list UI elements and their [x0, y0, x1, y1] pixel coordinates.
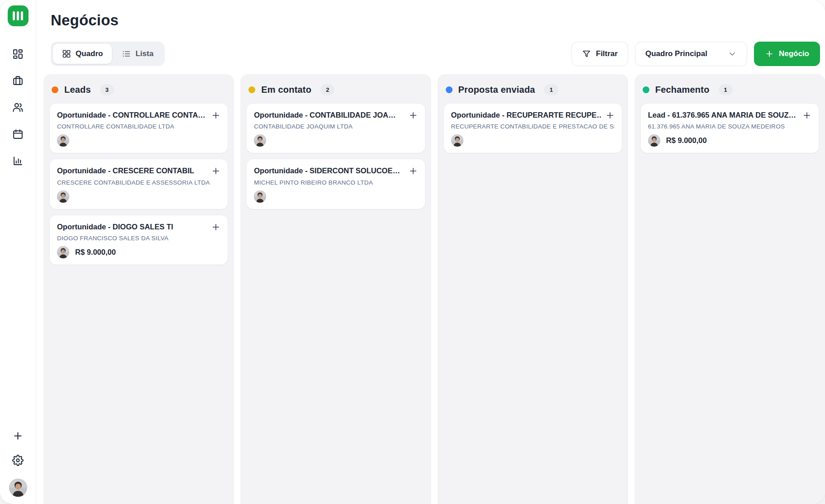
avatar-photo	[451, 134, 463, 147]
board-select[interactable]: Quadro Principal	[635, 42, 747, 66]
filter-button[interactable]: Filtrar	[572, 42, 628, 66]
logo-bar	[21, 11, 23, 20]
plus-icon	[211, 166, 220, 176]
card-value: R$ 9.000,00	[666, 136, 707, 145]
card-subtitle: CONTROLLARE CONTABILIDADE LTDA	[57, 123, 220, 130]
plus-icon	[211, 223, 220, 232]
card-subtitle: RECUPERARTE CONTABILIDADE E PRESTACAO DE…	[451, 123, 615, 130]
card-footer	[254, 134, 417, 147]
column-header: Fechamento 1	[641, 81, 819, 104]
plus-icon	[765, 49, 774, 58]
sidebar-settings-button[interactable]	[12, 454, 24, 466]
column-count-badge: 1	[544, 84, 558, 95]
deal-card[interactable]: Oportunidade - RECUPERARTE RECUPE… RECUP…	[444, 104, 622, 153]
column-title: Leads	[64, 85, 91, 95]
app-logo[interactable]	[8, 5, 29, 26]
plus-icon	[12, 430, 24, 442]
card-title: Oportunidade - CRESCERE CONTABIL	[57, 166, 207, 176]
avatar-photo	[57, 134, 69, 147]
plus-icon	[409, 166, 418, 176]
sidebar-nav	[12, 48, 24, 166]
toolbar-right: Filtrar Quadro Principal Negócio	[572, 42, 820, 66]
card-subtitle: 61.376.965 ANA MARIA DE SOUZA MEDEIROS	[648, 123, 811, 130]
column-title: Fechamento	[655, 85, 710, 95]
sidebar-add-button[interactable]	[12, 430, 24, 442]
column-title: Em contato	[261, 85, 311, 95]
avatar-photo	[648, 134, 660, 147]
deal-card[interactable]: Lead - 61.376.965 ANA MARIA DE SOUZ… 61.…	[641, 104, 819, 153]
card-owner-avatar	[451, 134, 463, 147]
card-footer: R$ 9.000,00	[57, 246, 220, 258]
card-owner-avatar	[57, 190, 69, 203]
sidebar-item-deals[interactable]	[12, 75, 24, 86]
users-icon	[12, 102, 24, 113]
deal-card[interactable]: Oportunidade - CONTROLLARE CONTA… CONTRO…	[50, 104, 228, 153]
avatar-photo	[57, 246, 69, 258]
card-subtitle: CRESCERE CONTABILIDADE E ASSESSORIA LTDA	[57, 179, 220, 186]
new-deal-button-label: Negócio	[779, 49, 809, 58]
card-owner-avatar	[648, 134, 660, 147]
app-window: Negócios Quadro Lista	[0, 0, 825, 504]
card-footer: R$ 9.000,00	[648, 134, 811, 147]
column-cards: Oportunidade - CONTABILIDADE JOA… CONTAB…	[247, 104, 424, 209]
sidebar-item-dashboard[interactable]	[12, 48, 24, 60]
card-owner-avatar	[254, 190, 266, 203]
column-count-badge: 1	[719, 84, 733, 95]
card-title: Oportunidade - DIOGO SALES TI	[57, 222, 207, 232]
avatar-photo	[254, 190, 266, 203]
card-add-button[interactable]	[409, 166, 418, 176]
card-owner-avatar	[57, 134, 69, 147]
plus-icon	[802, 111, 811, 120]
card-footer	[254, 190, 417, 203]
tab-quadro[interactable]: Quadro	[53, 44, 112, 64]
column-count-badge: 2	[320, 84, 334, 95]
plus-icon	[211, 111, 220, 120]
sidebar-item-contacts[interactable]	[12, 101, 24, 113]
sidebar-item-reports[interactable]	[12, 155, 24, 166]
card-title: Oportunidade - CONTABILIDADE JOA…	[254, 110, 404, 120]
column-count-badge: 3	[100, 84, 114, 95]
new-deal-button[interactable]: Negócio	[754, 42, 820, 66]
avatar-photo	[57, 190, 69, 203]
filter-button-label: Filtrar	[596, 49, 618, 58]
column-header: Proposta enviada 1	[444, 81, 622, 104]
user-avatar[interactable]	[9, 479, 27, 497]
deal-card[interactable]: Oportunidade - DIOGO SALES TI DIOGO FRAN…	[50, 215, 228, 265]
sidebar-item-calendar[interactable]	[12, 128, 24, 140]
tab-quadro-label: Quadro	[76, 49, 103, 58]
bar-chart-icon	[12, 155, 24, 166]
card-add-button[interactable]	[211, 111, 220, 120]
chevron-down-icon	[728, 49, 737, 58]
card-title: Oportunidade - CONTROLLARE CONTA…	[57, 110, 207, 120]
card-title: Lead - 61.376.965 ANA MARIA DE SOUZ…	[648, 110, 798, 120]
card-top-row: Oportunidade - SIDERCONT SOLUCOE…	[254, 166, 417, 176]
column-status-dot	[446, 86, 453, 93]
card-add-button[interactable]	[606, 111, 615, 120]
funnel-icon	[582, 49, 591, 58]
card-add-button[interactable]	[409, 111, 418, 120]
dashboard-icon	[12, 48, 24, 60]
page-title: Negócios	[51, 12, 825, 29]
card-add-button[interactable]	[211, 223, 220, 232]
toolbar: Quadro Lista Filtrar	[51, 42, 820, 66]
column-status-dot	[248, 86, 255, 93]
card-owner-avatar	[57, 246, 69, 258]
kanban-column: Leads 3 Oportunidade - CONTROLLARE CONTA…	[43, 74, 234, 504]
card-top-row: Oportunidade - CRESCERE CONTABIL	[57, 166, 220, 176]
view-toggle: Quadro Lista	[51, 42, 165, 66]
deal-card[interactable]: Oportunidade - SIDERCONT SOLUCOE… MICHEL…	[247, 159, 424, 209]
card-add-button[interactable]	[802, 111, 811, 120]
avatar-photo	[9, 479, 27, 497]
deal-card[interactable]: Oportunidade - CONTABILIDADE JOA… CONTAB…	[247, 104, 424, 153]
column-header: Em contato 2	[247, 81, 424, 104]
board-select-value: Quadro Principal	[645, 49, 707, 58]
tab-lista[interactable]: Lista	[113, 44, 162, 64]
deal-card[interactable]: Oportunidade - CRESCERE CONTABIL CRESCER…	[50, 159, 228, 209]
card-add-button[interactable]	[211, 166, 220, 176]
column-header: Leads 3	[50, 81, 228, 104]
kanban-column: Proposta enviada 1 Oportunidade - RECUPE…	[438, 74, 628, 504]
card-top-row: Oportunidade - CONTABILIDADE JOA…	[254, 110, 417, 120]
card-title: Oportunidade - RECUPERARTE RECUPE…	[451, 110, 601, 120]
main-content: Negócios Quadro Lista	[36, 0, 825, 504]
column-status-dot	[643, 86, 649, 93]
